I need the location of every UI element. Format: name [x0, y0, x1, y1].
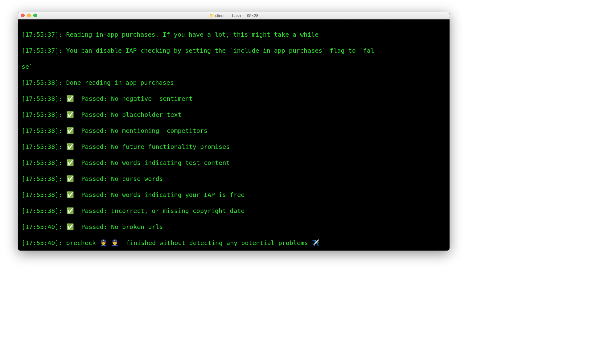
- check-line: [17:55:38]: ✅ Passed: No placeholder tex…: [22, 111, 446, 119]
- finish-line: [17:55:40]: precheck 👮 👮 finished withou…: [22, 239, 446, 247]
- check-line: [17:55:38]: ✅ Passed: No negative sentim…: [22, 95, 446, 103]
- close-icon[interactable]: [21, 14, 25, 17]
- timestamp: [17:55:38]:: [22, 191, 62, 198]
- timestamp: [17:55:40]:: [22, 239, 62, 247]
- zoom-icon[interactable]: [33, 14, 37, 17]
- timestamp: [17:55:40]:: [22, 223, 62, 231]
- log-line: [17:55:37]: You can disable IAP checking…: [22, 47, 446, 55]
- log-text: competitors: [163, 127, 208, 134]
- log-line: se`: [22, 63, 446, 71]
- check-icon: ✅: [66, 191, 74, 198]
- check-line: [17:55:38]: ✅ Passed: No words indicatin…: [22, 191, 446, 199]
- log-text: Done reading in-app purchases: [62, 79, 174, 86]
- titlebar[interactable]: 📁 client — -bash — 95×28: [18, 12, 450, 19]
- check-icon: ✅: [66, 95, 74, 102]
- log-text: Passed: No negative: [74, 95, 156, 102]
- check-line: [17:55:38]: ✅ Passed: No mentioning comp…: [22, 127, 446, 135]
- page: 📁 client — -bash — 95×28 [17:55:37]: Rea…: [0, 0, 592, 364]
- log-text: Passed: No mentioning: [74, 127, 163, 134]
- log-text: sentiment: [155, 95, 192, 102]
- timestamp: [17:55:37]:: [22, 31, 62, 38]
- check-line: [17:55:40]: ✅ Passed: No broken urls: [22, 223, 446, 231]
- window-title-text: client — -bash — 95×28: [215, 13, 258, 18]
- log-text: Passed: Incorrect, or missing copyright …: [74, 207, 245, 215]
- check-icon: ✅: [66, 159, 74, 166]
- traffic-lights: [18, 14, 37, 17]
- log-text: Passed: No broken urls: [74, 223, 163, 231]
- log-text: Passed: No curse words: [74, 175, 163, 182]
- check-icon: ✅: [66, 111, 74, 118]
- log-text: Reading in-app purchases. If you have a …: [62, 31, 319, 38]
- timestamp: [17:55:38]:: [22, 175, 62, 182]
- log-text: Passed: No words indicating test content: [74, 159, 230, 166]
- check-icon: ✅: [66, 207, 74, 215]
- check-icon: ✅: [66, 143, 74, 150]
- check-icon: ✅: [66, 223, 74, 231]
- timestamp: [17:55:38]:: [22, 207, 62, 215]
- check-line: [17:55:38]: ✅ Passed: Incorrect, or miss…: [22, 207, 446, 215]
- window-title: 📁 client — -bash — 95×28: [18, 13, 450, 18]
- log-text: precheck: [62, 239, 99, 247]
- terminal-body[interactable]: [17:55:37]: Reading in-app purchases. If…: [18, 19, 450, 251]
- check-line: [17:55:38]: ✅ Passed: No words indicatin…: [22, 159, 446, 167]
- minimize-icon[interactable]: [27, 14, 31, 17]
- log-text: Passed: No words indicating your IAP is …: [74, 191, 245, 198]
- check-line: [17:55:38]: ✅ Passed: No curse words: [22, 175, 446, 183]
- log-line: [17:55:37]: Reading in-app purchases. If…: [22, 31, 446, 39]
- check-icon: ✅: [66, 175, 74, 182]
- check-line: [17:55:38]: ✅ Passed: No future function…: [22, 143, 446, 151]
- timestamp: [17:55:38]:: [22, 127, 62, 134]
- timestamp: [17:55:38]:: [22, 143, 62, 150]
- log-text: Passed: No future functionality promises: [74, 143, 230, 150]
- timestamp: [17:55:38]:: [22, 79, 62, 86]
- folder-icon: 📁: [209, 14, 214, 18]
- log-line: [17:55:38]: Done reading in-app purchase…: [22, 79, 446, 87]
- log-text: se`: [22, 63, 33, 70]
- timestamp: [17:55:37]:: [22, 47, 62, 54]
- check-icon: ✅: [66, 127, 74, 134]
- timestamp: [17:55:38]:: [22, 159, 62, 166]
- log-text: Passed: No placeholder text: [74, 111, 182, 118]
- timestamp: [17:55:38]:: [22, 95, 62, 102]
- cop-icon: 👮: [111, 239, 119, 247]
- terminal-window: 📁 client — -bash — 95×28 [17:55:37]: Rea…: [18, 12, 450, 251]
- timestamp: [17:55:38]:: [22, 111, 62, 118]
- log-text: finished without detecting any potential…: [119, 239, 312, 247]
- log-text: You can disable IAP checking by setting …: [62, 47, 374, 54]
- plane-icon: ✈️: [312, 239, 319, 247]
- cop-icon: 👮: [100, 239, 107, 247]
